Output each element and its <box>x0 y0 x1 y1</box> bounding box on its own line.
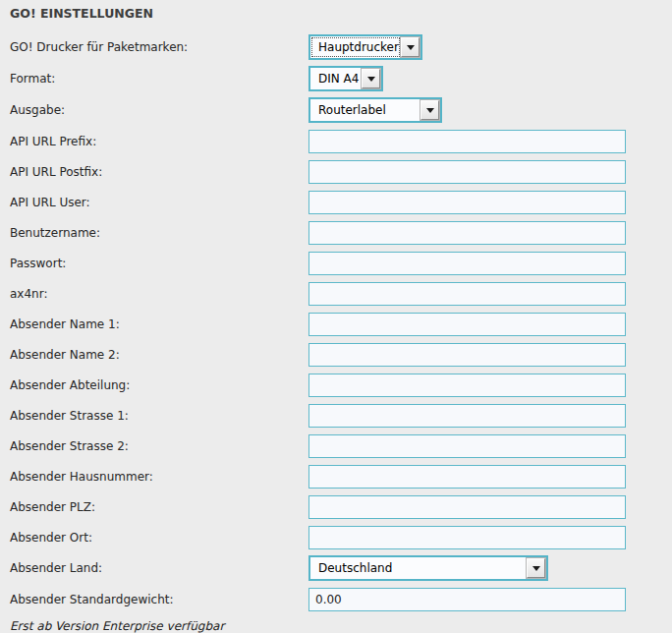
passwort-input[interactable] <box>308 252 626 275</box>
form-row: Ausgabe:Routerlabel <box>10 94 662 126</box>
field-label: API URL Prefix: <box>10 135 308 148</box>
field-label: Absender Name 1: <box>10 317 308 331</box>
settings-panel: GO! EINSTELLUNGEN GO! Drucker für Paketm… <box>0 0 672 633</box>
form-row: ax4nr: <box>10 278 662 309</box>
form-row: Absender Name 2: <box>10 339 662 370</box>
field-label: Absender Strasse 1: <box>10 409 308 423</box>
dropdown-arrow-button[interactable] <box>401 37 420 57</box>
form-row: API URL Postfix: <box>10 156 662 187</box>
field-label: Benutzername: <box>10 226 308 240</box>
form-row: Absender Name 1: <box>10 309 662 339</box>
selected-option-label: Deutschland <box>311 558 526 578</box>
field-label: Ausgabe: <box>10 103 308 117</box>
ax4nr-input[interactable] <box>308 282 626 306</box>
format-select[interactable]: DIN A4 <box>308 66 383 91</box>
caret-down-icon <box>407 45 415 50</box>
field-label: Passwort: <box>10 257 308 270</box>
caret-down-icon <box>426 108 434 113</box>
go-drucker-select[interactable]: Hauptdrucker <box>308 34 422 60</box>
form-row: Absender Standardgewicht: <box>10 584 662 614</box>
form-row: Absender Land:Deutschland <box>10 552 662 584</box>
field-label: Format: <box>10 72 308 86</box>
benutzername-input[interactable] <box>308 221 626 245</box>
absender-strasse-2-input[interactable] <box>308 434 626 458</box>
field-label: Absender Standardgewicht: <box>10 593 308 606</box>
form-row: GO! Drucker für Paketmarken:Hauptdrucker <box>10 31 662 63</box>
ausgabe-select[interactable]: Routerlabel <box>308 97 442 123</box>
dropdown-arrow-button[interactable] <box>420 100 439 120</box>
field-label: Absender Ort: <box>10 531 308 545</box>
field-label: Absender Hausnummer: <box>10 470 308 484</box>
field-label: Absender Land: <box>10 561 308 575</box>
dropdown-arrow-button[interactable] <box>362 69 380 88</box>
form-row: API URL User: <box>10 187 662 217</box>
selected-option-label: DIN A4 <box>311 69 361 88</box>
api-url-user-input[interactable] <box>308 191 626 214</box>
absender-hausnummer-input[interactable] <box>308 465 626 489</box>
selected-option-label: Routerlabel <box>311 100 420 120</box>
form-row: Benutzername: <box>10 217 662 248</box>
field-label: API URL User: <box>10 196 308 209</box>
field-label: Absender Name 2: <box>10 348 308 362</box>
field-label: ax4nr: <box>10 287 308 301</box>
form-row: API URL Prefix: <box>10 126 662 156</box>
field-label: GO! Drucker für Paketmarken: <box>10 40 308 54</box>
dropdown-arrow-button[interactable] <box>527 558 545 578</box>
caret-down-icon <box>367 77 375 82</box>
absender-strasse-1-input[interactable] <box>308 404 626 428</box>
caret-down-icon <box>532 566 540 571</box>
absender-standardgewicht-input[interactable] <box>308 588 626 611</box>
absender-land-select[interactable]: Deutschland <box>308 555 548 581</box>
form-row: Absender Abteilung: <box>10 370 662 400</box>
absender-plz-input[interactable] <box>308 495 626 519</box>
form-row: Format:DIN A4 <box>10 63 662 94</box>
field-label: Absender PLZ: <box>10 500 308 514</box>
absender-name-2-input[interactable] <box>308 343 626 367</box>
field-label: Absender Strasse 2: <box>10 439 308 453</box>
form-row: Absender Ort: <box>10 522 662 552</box>
enterprise-footnote: Erst ab Version Enterprise verfügbar <box>10 619 662 633</box>
absender-ort-input[interactable] <box>308 526 626 549</box>
absender-name-1-input[interactable] <box>308 313 626 336</box>
form-row: Absender PLZ: <box>10 491 662 522</box>
form-row: Absender Strasse 1: <box>10 400 662 431</box>
api-url-prefix-input[interactable] <box>308 130 626 153</box>
field-label: API URL Postfix: <box>10 165 308 179</box>
page-title: GO! EINSTELLUNGEN <box>10 6 662 22</box>
form-row: Absender Strasse 2: <box>10 431 662 461</box>
settings-form: GO! Drucker für Paketmarken:Hauptdrucker… <box>10 31 662 614</box>
api-url-postfix-input[interactable] <box>308 160 626 184</box>
selected-option-label: Hauptdrucker <box>311 37 400 57</box>
absender-abteilung-input[interactable] <box>308 374 626 397</box>
field-label: Absender Abteilung: <box>10 378 308 392</box>
form-row: Passwort: <box>10 248 662 278</box>
form-row: Absender Hausnummer: <box>10 461 662 491</box>
